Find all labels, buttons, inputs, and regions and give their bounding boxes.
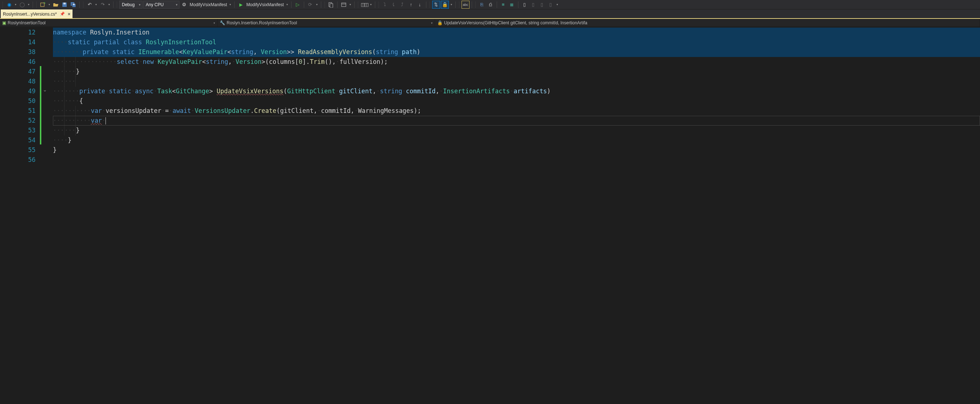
fold-chevron-icon[interactable]: ⌄ <box>43 87 47 93</box>
svg-rect-8 <box>342 3 346 6</box>
step-icon[interactable]: ◫◫ <box>360 1 368 9</box>
code-editor[interactable]: 12 14 38 46 47 48 49 50 51 52 53 54 55 5… <box>0 27 980 404</box>
main-toolbar: ◉ ▾ ◯ ▾ ▾ ↶ ▾ ↷ ▾ Debug Any CPU ⚙ Modify… <box>0 0 980 10</box>
text-cursor <box>105 117 106 125</box>
startup-project-1[interactable]: ModifyVsixManifest <box>189 2 228 7</box>
save-button[interactable] <box>60 1 68 9</box>
nav-type-scope[interactable]: 🔧 Roslyn.Insertion.RoslynInsertionTool ▾ <box>218 19 435 27</box>
bookmark-dropdown[interactable]: ▾ <box>555 1 559 9</box>
bookmark-prev-button[interactable]: ▯ <box>529 1 537 9</box>
nav-type-text: Roslyn.Insertion.RoslynInsertionTool <box>227 20 297 26</box>
close-icon[interactable]: × <box>68 11 71 17</box>
code-line: ········private static IEnumerable<KeyVa… <box>53 47 980 57</box>
bookmark-button[interactable]: ▯ <box>521 1 528 9</box>
nav-project-scope[interactable]: ▣ RoslynInsertionTool ▾ <box>0 19 218 27</box>
step-into-button[interactable]: ⤹ <box>390 1 398 9</box>
line-number-gutter: 12 14 38 46 47 48 49 50 51 52 53 54 55 5… <box>4 27 40 404</box>
comment-button[interactable]: ⎘ <box>478 1 486 9</box>
browser-link-button[interactable]: ⟳ <box>306 1 314 9</box>
redo-button[interactable]: ↷ <box>99 1 107 9</box>
redo-dropdown[interactable]: ▾ <box>107 1 111 9</box>
bookmark-clear-button[interactable]: ▯ <box>547 1 555 9</box>
code-line: } <box>53 145 980 155</box>
code-line: ······} <box>53 126 980 136</box>
document-tab-bar: RoslynInsert...yVersions.cs* 📌 × <box>0 10 980 18</box>
fold-gutter: ⌄ <box>40 27 53 404</box>
svg-rect-7 <box>330 4 333 8</box>
code-line: ··········var·versionsUpdater·=·await·Ve… <box>53 106 980 116</box>
csharp-project-icon: ▣ <box>2 20 6 26</box>
startup-project-1-dropdown[interactable]: ▾ <box>228 1 232 9</box>
step-dropdown[interactable]: ▾ <box>369 1 373 9</box>
code-line-current: ··········var· <box>53 116 980 126</box>
uncomment-button[interactable]: ⎙ <box>487 1 495 9</box>
undo-dropdown[interactable]: ▾ <box>94 1 98 9</box>
class-icon: 🔧 <box>220 20 225 26</box>
abc-highlight-button[interactable]: abc <box>461 1 469 9</box>
code-line: ····static partial class RoslynInsertion… <box>53 37 980 47</box>
toolbar-grip <box>83 2 84 8</box>
pin-icon[interactable]: 📌 <box>60 12 65 16</box>
startup-settings-icon[interactable]: ⚙ <box>180 1 188 9</box>
nav-scope-text: RoslynInsertionTool <box>8 20 46 26</box>
code-area[interactable]: namespace Roslyn.Insertion ····static pa… <box>53 27 980 404</box>
editor-margin <box>0 27 4 404</box>
startup-project-2[interactable]: ModifyVsixManifest <box>245 2 284 7</box>
tab-title: RoslynInsert...yVersions.cs* <box>3 12 57 17</box>
window-layout-dropdown[interactable]: ▾ <box>348 1 352 9</box>
toolbar-grip <box>116 2 118 8</box>
code-line: ·······private·static·async·Task<GitChan… <box>53 86 980 96</box>
outdent-button[interactable]: ≣ <box>508 1 516 9</box>
nav-member-text: UpdateVsixVersions(GitHttpClient gitClie… <box>444 20 587 26</box>
toolbar-grip <box>459 2 460 8</box>
document-tab-active[interactable]: RoslynInsert...yVersions.cs* 📌 × <box>1 10 73 18</box>
code-nav-bar: ▣ RoslynInsertionTool ▾ 🔧 Roslyn.Inserti… <box>0 19 980 27</box>
toggle-1-button[interactable]: ⇅ <box>432 1 440 9</box>
new-project-dropdown[interactable]: ▾ <box>48 1 51 9</box>
toolbar-grip <box>475 2 476 8</box>
toolbar-grip <box>36 2 37 8</box>
svg-rect-5 <box>73 4 75 5</box>
indent-button[interactable]: ≡ <box>499 1 507 9</box>
solution-config-select[interactable]: Debug <box>119 1 143 9</box>
nav-back-button[interactable]: ◉ <box>5 1 13 9</box>
save-all-button[interactable] <box>69 1 77 9</box>
nav-forward-button: ◯ <box>18 1 26 9</box>
lock-button[interactable]: 🔒 <box>441 1 449 9</box>
toolbar-grip <box>324 2 326 8</box>
solution-platform-select[interactable]: Any CPU <box>143 1 180 9</box>
toolbar-grip <box>2 2 4 8</box>
arrow-up-button[interactable]: ↑ <box>407 1 415 9</box>
code-line: ·················select·new·KeyValuePair… <box>53 57 980 67</box>
step-out-button[interactable]: ⤴ <box>398 1 406 9</box>
arrow-down-button[interactable]: ↓ <box>416 1 424 9</box>
svg-rect-2 <box>64 3 65 4</box>
lock-dropdown[interactable]: ▾ <box>450 1 453 9</box>
find-in-files-button[interactable] <box>327 1 335 9</box>
code-line: ······ <box>53 77 980 86</box>
start-debug-button[interactable]: ▶ <box>237 1 245 9</box>
nav-back-dropdown[interactable]: ▾ <box>14 1 18 9</box>
toolbar-grip <box>378 2 380 8</box>
svg-rect-0 <box>41 3 44 6</box>
window-layout-button[interactable] <box>340 1 348 9</box>
undo-button[interactable]: ↶ <box>86 1 94 9</box>
toolbar-grip <box>358 2 359 8</box>
toolbar-grip <box>429 2 431 8</box>
code-line: ····} <box>53 136 980 145</box>
start-without-debug-button[interactable]: ▷ <box>294 1 302 9</box>
browser-link-dropdown[interactable]: ▾ <box>315 1 319 9</box>
method-lock-icon: 🔒 <box>437 20 443 26</box>
nav-member-scope[interactable]: 🔒 UpdateVsixVersions(GitHttpClient gitCl… <box>435 19 980 27</box>
bookmark-next-button[interactable]: ▯ <box>538 1 546 9</box>
startup-project-2-dropdown[interactable]: ▾ <box>285 1 289 9</box>
new-project-button[interactable] <box>39 1 47 9</box>
open-file-button[interactable] <box>52 1 60 9</box>
code-line: namespace Roslyn.Insertion <box>53 27 980 37</box>
code-line: ·······{ <box>53 96 980 106</box>
nav-forward-dropdown[interactable]: ▾ <box>27 1 30 9</box>
code-line: ······} <box>53 67 980 77</box>
code-line <box>53 155 980 165</box>
step-over-button[interactable]: ⤵ <box>381 1 389 9</box>
